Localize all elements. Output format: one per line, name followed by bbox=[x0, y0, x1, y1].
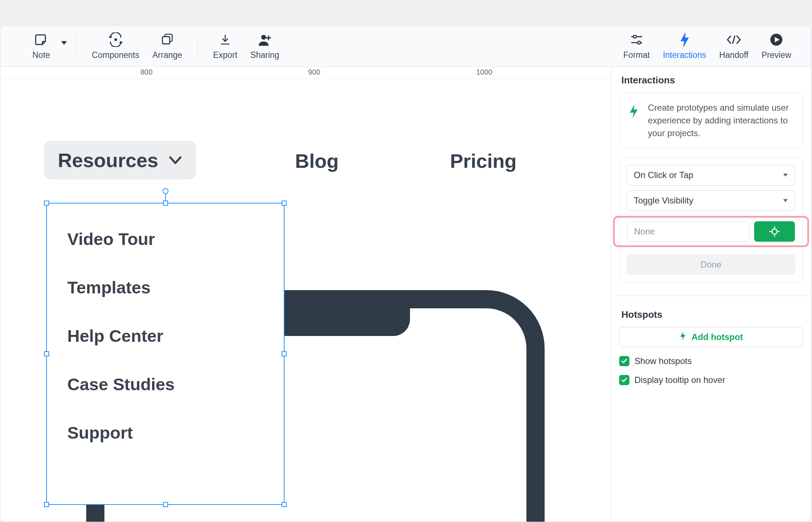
export-icon bbox=[219, 32, 232, 47]
nav-item-resources[interactable]: Resources bbox=[44, 141, 196, 179]
checkbox-checked-icon bbox=[619, 356, 629, 366]
format-label: Format bbox=[623, 50, 650, 60]
format-button[interactable]: Format bbox=[617, 30, 656, 63]
toolbar: Note Components bbox=[0, 26, 811, 67]
menu-item[interactable]: Video Tour bbox=[67, 229, 263, 249]
interactions-hint-card: Create prototypes and simulate user expe… bbox=[619, 92, 803, 149]
resize-handle[interactable] bbox=[163, 502, 168, 507]
rotation-handle-line bbox=[165, 194, 166, 201]
chevron-down-icon bbox=[168, 155, 182, 165]
interactions-hint-text: Create prototypes and simulate user expe… bbox=[648, 102, 794, 139]
menu-item[interactable]: Help Center bbox=[67, 326, 263, 346]
resize-handle[interactable] bbox=[282, 201, 287, 206]
note-label: Note bbox=[32, 50, 50, 60]
preview-button[interactable]: Preview bbox=[755, 30, 798, 63]
note-icon bbox=[34, 32, 48, 47]
show-hotspots-checkbox-row[interactable]: Show hotspots bbox=[619, 356, 803, 366]
sharing-button[interactable]: Sharing bbox=[244, 30, 286, 63]
svg-marker-17 bbox=[783, 174, 788, 177]
hotspots-section-title: Hotspots bbox=[619, 309, 803, 327]
svg-point-1 bbox=[115, 39, 116, 40]
resize-handle[interactable] bbox=[163, 201, 168, 206]
tooltip-checkbox-row[interactable]: Display tooltip on hover bbox=[619, 375, 803, 385]
svg-rect-7 bbox=[266, 37, 271, 38]
svg-marker-0 bbox=[61, 41, 67, 45]
design-canvas[interactable]: Resources Blog Pricing Video Tour Templa… bbox=[0, 79, 611, 522]
svg-rect-3 bbox=[163, 36, 170, 44]
target-placeholder: None bbox=[634, 226, 655, 237]
sharing-icon bbox=[258, 32, 272, 47]
nav-item-pricing[interactable]: Pricing bbox=[450, 150, 517, 172]
action-value: Toggle Visibility bbox=[634, 195, 693, 206]
action-dropdown[interactable]: Toggle Visibility bbox=[627, 190, 795, 211]
trigger-dropdown[interactable]: On Click or Tap bbox=[627, 165, 795, 185]
caret-down-icon bbox=[783, 173, 788, 177]
components-label: Components bbox=[92, 50, 139, 60]
svg-marker-18 bbox=[783, 199, 788, 202]
interactions-label: Interactions bbox=[663, 50, 706, 60]
resize-handle[interactable] bbox=[44, 201, 49, 206]
target-picker-highlight: None bbox=[613, 216, 809, 247]
sharing-label: Sharing bbox=[250, 50, 279, 60]
bolt-icon bbox=[679, 331, 686, 343]
svg-point-9 bbox=[633, 35, 636, 38]
resize-handle[interactable] bbox=[44, 502, 49, 507]
svg-point-5 bbox=[261, 35, 266, 39]
target-field[interactable]: None bbox=[627, 221, 749, 242]
interactions-section-title: Interactions bbox=[619, 67, 803, 92]
trigger-value: On Click or Tap bbox=[634, 170, 693, 180]
toolbar-separator bbox=[198, 35, 198, 57]
handoff-button[interactable]: Handoff bbox=[713, 30, 755, 63]
nav-item-blog[interactable]: Blog bbox=[295, 150, 339, 172]
svg-marker-24 bbox=[680, 332, 685, 341]
toolbar-right-group: Format Interactions bbox=[617, 30, 811, 63]
components-button[interactable]: Components bbox=[85, 30, 146, 63]
svg-point-19 bbox=[772, 229, 777, 234]
interactions-icon bbox=[679, 32, 690, 47]
done-button[interactable]: Done bbox=[627, 254, 795, 275]
add-hotspot-button[interactable]: Add hotspot bbox=[619, 327, 803, 347]
preview-label: Preview bbox=[761, 50, 791, 60]
svg-marker-16 bbox=[630, 104, 638, 119]
resize-handle[interactable] bbox=[282, 502, 287, 507]
right-panel: Interactions Create prototypes and simul… bbox=[611, 67, 811, 522]
arrange-button[interactable]: Arrange bbox=[146, 30, 189, 63]
format-icon bbox=[629, 32, 644, 47]
export-label: Export bbox=[213, 50, 237, 60]
bolt-icon bbox=[628, 104, 639, 123]
interactions-button[interactable]: Interactions bbox=[656, 30, 713, 63]
caret-down-icon bbox=[783, 198, 788, 203]
handoff-icon bbox=[726, 32, 742, 47]
preview-icon bbox=[770, 32, 783, 47]
toolbar-separator bbox=[76, 35, 77, 57]
panel-separator bbox=[611, 296, 811, 296]
resize-handle[interactable] bbox=[44, 351, 49, 356]
interaction-editor-card: On Click or Tap Toggle Visibility None bbox=[619, 157, 803, 282]
add-hotspot-label: Add hotspot bbox=[692, 332, 743, 342]
selected-dropdown-group[interactable]: Video Tour Templates Help Center Case St… bbox=[46, 203, 284, 505]
ruler-tick: 900 bbox=[308, 68, 320, 76]
note-dropdown-caret[interactable] bbox=[60, 40, 68, 47]
menu-item[interactable]: Templates bbox=[67, 277, 263, 297]
note-button-group: Note bbox=[26, 30, 68, 63]
dropdown-menu: Video Tour Templates Help Center Case St… bbox=[47, 203, 284, 504]
tooltip-label: Display tooltip on hover bbox=[634, 375, 725, 385]
svg-point-11 bbox=[637, 41, 640, 44]
toolbar-left-group: Note Components bbox=[0, 30, 286, 63]
show-hotspots-label: Show hotspots bbox=[634, 356, 692, 366]
ruler-tick: 800 bbox=[140, 68, 152, 76]
note-button[interactable]: Note bbox=[26, 30, 57, 63]
rotation-handle[interactable] bbox=[163, 188, 168, 194]
arrange-label: Arrange bbox=[152, 50, 182, 60]
svg-line-13 bbox=[733, 36, 735, 44]
menu-item[interactable]: Case Studies bbox=[67, 374, 263, 394]
menu-item[interactable]: Support bbox=[67, 423, 263, 443]
arrange-icon bbox=[160, 32, 175, 47]
pick-target-button[interactable] bbox=[754, 221, 795, 242]
resize-handle[interactable] bbox=[282, 351, 287, 356]
export-button[interactable]: Export bbox=[207, 30, 244, 63]
horizontal-ruler: 800 900 1000 bbox=[0, 67, 611, 79]
components-icon bbox=[108, 32, 124, 47]
handoff-label: Handoff bbox=[719, 50, 748, 60]
done-label: Done bbox=[701, 260, 721, 270]
